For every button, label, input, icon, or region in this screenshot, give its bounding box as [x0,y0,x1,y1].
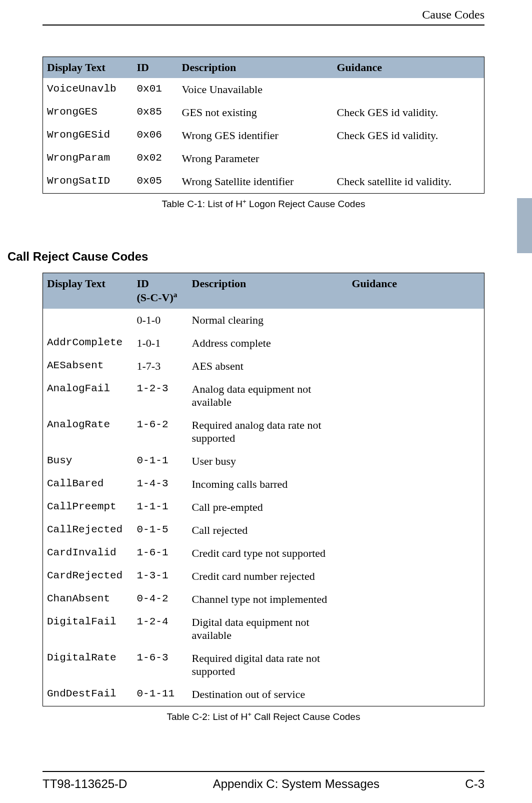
header-title: Cause Codes [42,8,484,22]
table-row: ChanAbsent0-4-2Channel type not implemen… [43,588,484,611]
cell-id: 0-1-1 [133,450,188,473]
cell-guidance [348,332,484,355]
footer-doc-id: TT98-113625-D [42,777,127,791]
cell-display-text: CallPreempt [43,496,133,519]
cell-id: 0x85 [133,101,178,124]
col-id-line2: (S-C-V) [137,292,174,304]
header-rule [42,25,484,26]
page-header: Cause Codes [42,8,484,26]
col-description: Description [178,57,333,79]
call-reject-table: Display Text ID (S-C-V)a Description Gui… [42,273,484,706]
cell-description: Wrong Parameter [178,147,333,170]
logon-reject-table: Display Text ID Description Guidance Voi… [42,57,484,194]
col-display-text: Display Text [43,273,133,309]
cell-display-text: AnalogFail [43,378,133,414]
cell-description: GES not existing [178,101,333,124]
table-row: VoiceUnavlb0x01Voice Unavailable [43,78,484,101]
cell-guidance [348,647,484,683]
cell-guidance [348,309,484,332]
cell-description: Call pre-empted [188,496,348,519]
table-row: WrongParam0x02Wrong Parameter [43,147,484,170]
table-row: CardInvalid1-6-1Credit card type not sup… [43,542,484,565]
cell-id: 1-6-1 [133,542,188,565]
cell-description: Destination out of service [188,683,348,706]
cell-guidance [348,588,484,611]
cell-guidance: Check GES id validity. [333,124,484,147]
cell-id: 0x01 [133,78,178,101]
footer-rule [42,771,484,772]
cell-display-text: AnalogRate [43,414,133,450]
cell-guidance [348,565,484,588]
table1-caption: Table C-1: List of H+ Logon Reject Cause… [42,198,484,210]
col-id-line1: ID [137,277,149,290]
col-description: Description [188,273,348,309]
table-row: WrongGES0x85GES not existingCheck GES id… [43,101,484,124]
cell-display-text [43,309,133,332]
caption-sup: + [242,198,246,205]
cell-guidance [348,473,484,496]
table-header-row: Display Text ID (S-C-V)a Description Gui… [43,273,484,309]
cell-id: 0-1-5 [133,519,188,542]
table-row: Busy0-1-1User busy [43,450,484,473]
cell-guidance [348,542,484,565]
cell-display-text: DigitalRate [43,647,133,683]
cell-id: 1-1-1 [133,496,188,519]
cell-guidance [348,378,484,414]
cell-guidance [348,519,484,542]
cell-guidance [348,414,484,450]
cell-display-text: AESabsent [43,355,133,378]
cell-display-text: AddrComplete [43,332,133,355]
cell-id: 0x06 [133,124,178,147]
cell-description: Digital data equipment not available [188,611,348,647]
col-id-scv: ID (S-C-V)a [133,273,188,309]
cell-display-text: CallRejected [43,519,133,542]
cell-display-text: VoiceUnavlb [43,78,133,101]
caption-sup: + [248,710,252,718]
cell-id: 0x02 [133,147,178,170]
cell-display-text: CallBared [43,473,133,496]
cell-id: 1-6-2 [133,414,188,450]
table-row: CallRejected0-1-5Call rejected [43,519,484,542]
cell-id: 1-6-3 [133,647,188,683]
cell-id: 1-2-4 [133,611,188,647]
cell-id: 0-1-11 [133,683,188,706]
caption-text: Call Reject Cause Codes [252,711,360,722]
cell-display-text: ChanAbsent [43,588,133,611]
cell-display-text: WrongSatID [43,170,133,194]
footer-page-number: C-3 [465,777,484,791]
caption-text: Logon Reject Cause Codes [246,199,366,209]
table-row: CallBared1-4-3Incoming calls barred [43,473,484,496]
col-guidance: Guidance [348,273,484,309]
cell-display-text: GndDestFail [43,683,133,706]
page-footer: TT98-113625-D Appendix C: System Message… [42,771,484,791]
table-row: CardRejected1-3-1Credit card number reje… [43,565,484,588]
table-header-row: Display Text ID Description Guidance [43,57,484,79]
cell-description: Voice Unavailable [178,78,333,101]
table-row: AnalogRate1-6-2Required analog data rate… [43,414,484,450]
cell-description: Wrong GES identifier [178,124,333,147]
cell-description: User busy [188,450,348,473]
table-row: 0-1-0Normal clearing [43,309,484,332]
cell-display-text: CardInvalid [43,542,133,565]
cell-description: Call rejected [188,519,348,542]
cell-guidance [348,496,484,519]
cell-guidance [348,450,484,473]
cell-description: AES absent [188,355,348,378]
table-row: DigitalRate1-6-3Required digital data ra… [43,647,484,683]
footer-appendix: Appendix C: System Messages [127,777,465,791]
table-row: AnalogFail1-2-3Analog data equipment not… [43,378,484,414]
cell-description: Required analog data rate not supported [188,414,348,450]
section-heading-call-reject: Call Reject Cause Codes [8,250,484,264]
cell-description: Credit card type not supported [188,542,348,565]
cell-description: Wrong Satellite identifier [178,170,333,194]
cell-description: Credit card number rejected [188,565,348,588]
cell-description: Incoming calls barred [188,473,348,496]
cell-guidance: Check satellite id validity. [333,170,484,194]
cell-display-text: Busy [43,450,133,473]
table-row: WrongSatID0x05Wrong Satellite identifier… [43,170,484,194]
cell-description: Address complete [188,332,348,355]
table2-caption: Table C-2: List of H+ Call Reject Cause … [42,710,484,722]
cell-guidance [348,611,484,647]
cell-description: Required digital data rate not supported [188,647,348,683]
cell-description: Normal clearing [188,309,348,332]
